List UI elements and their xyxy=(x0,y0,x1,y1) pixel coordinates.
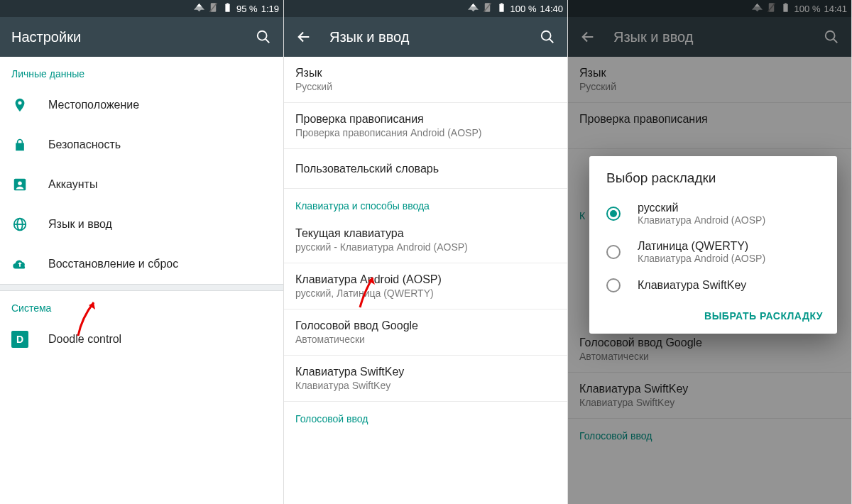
wifi-icon xyxy=(194,2,204,15)
option-subtitle: Клавиатура Android (AOSP) xyxy=(638,214,765,226)
dialog-option-swiftkey[interactable]: Клавиатура SwiftKey xyxy=(589,271,837,300)
item-google-voice[interactable]: Голосовой ввод Google Автоматически xyxy=(284,309,567,356)
keyboard-layout-dialog: Выбор раскладки русский Клавиатура Andro… xyxy=(589,156,837,334)
item-label: Безопасность xyxy=(48,138,272,151)
battery-icon xyxy=(222,2,233,15)
item-subtitle: Клавиатура SwiftKey xyxy=(295,380,556,391)
item-title: Клавиатура Android (AOSP) xyxy=(295,273,556,286)
battery-icon xyxy=(496,2,507,15)
clock-text: 14:40 xyxy=(540,4,563,14)
item-location[interactable]: Местоположение xyxy=(0,85,283,125)
item-label: Язык и ввод xyxy=(48,218,272,231)
back-icon[interactable] xyxy=(295,28,312,45)
svg-rect-2 xyxy=(225,4,229,12)
svg-rect-3 xyxy=(226,3,229,4)
search-icon[interactable] xyxy=(255,28,272,45)
item-subtitle: русский - Клавиатура Android (AOSP) xyxy=(295,241,556,253)
radio-icon xyxy=(606,278,621,292)
lock-icon xyxy=(11,136,28,153)
clock-text: 1:19 xyxy=(261,4,279,14)
screen-language-input: 100 % 14:40 Язык и ввод Язык Русский Про… xyxy=(284,0,568,504)
item-label: Восстановление и сброс xyxy=(48,258,272,270)
item-backup[interactable]: Восстановление и сброс xyxy=(0,244,283,284)
item-security[interactable]: Безопасность xyxy=(0,125,283,165)
item-accounts[interactable]: Аккаунты xyxy=(0,165,283,204)
page-title: Настройки xyxy=(11,29,238,45)
svg-point-4 xyxy=(258,31,267,40)
screen-keyboard-dialog: 100 % 14:41 Язык и ввод Язык Русский Про… xyxy=(568,0,852,504)
item-subtitle: Автоматически xyxy=(295,334,556,345)
item-doodle[interactable]: D Doodle control xyxy=(0,319,283,359)
screen-settings: 95 % 1:19 Настройки Личные данные Местоп… xyxy=(0,0,284,504)
dialog-option-latin[interactable]: Латиница (QWERTY) Клавиатура Android (AO… xyxy=(589,233,837,271)
item-title: Проверка правописания xyxy=(295,113,556,126)
svg-line-17 xyxy=(550,39,554,43)
globe-icon xyxy=(11,216,28,233)
battery-text: 100 % xyxy=(510,4,537,14)
dialog-title: Выбор раскладки xyxy=(589,156,837,195)
svg-point-7 xyxy=(18,181,22,185)
option-title: русский xyxy=(638,202,765,214)
option-title: Латиница (QWERTY) xyxy=(638,240,765,253)
svg-point-16 xyxy=(542,31,551,40)
app-bar: Настройки xyxy=(0,17,283,57)
status-bar: 100 % 14:40 xyxy=(284,0,567,17)
cloud-upload-icon xyxy=(11,256,28,273)
item-label: Местоположение xyxy=(48,99,272,111)
section-system: Система xyxy=(0,291,283,319)
section-divider xyxy=(0,284,283,291)
app-bar: Язык и ввод xyxy=(284,17,567,57)
svg-rect-13 xyxy=(499,4,503,12)
item-current-keyboard[interactable]: Текущая клавиатура русский - Клавиатура … xyxy=(284,217,567,263)
section-voice: Голосовой ввод xyxy=(284,402,567,430)
option-title: Клавиатура SwiftKey xyxy=(638,279,746,292)
sim-icon xyxy=(482,2,493,15)
item-title: Текущая клавиатура xyxy=(295,227,556,240)
item-subtitle: Русский xyxy=(295,81,556,92)
option-subtitle: Клавиатура Android (AOSP) xyxy=(638,253,765,264)
section-personal: Личные данные xyxy=(0,57,283,85)
item-subtitle: русский, Латиница (QWERTY) xyxy=(295,287,556,299)
item-label: Doodle control xyxy=(48,333,272,346)
search-icon[interactable] xyxy=(539,28,556,45)
item-swiftkey[interactable]: Клавиатура SwiftKey Клавиатура SwiftKey xyxy=(284,356,567,402)
item-spellcheck[interactable]: Проверка правописания Проверка правописа… xyxy=(284,103,567,149)
dialog-option-russian[interactable]: русский Клавиатура Android (AOSP) xyxy=(589,195,837,233)
page-title: Язык и ввод xyxy=(329,29,522,45)
item-label: Аккаунты xyxy=(48,178,272,191)
account-icon xyxy=(11,176,28,193)
settings-content: Личные данные Местоположение Безопасност… xyxy=(0,57,283,504)
sim-icon xyxy=(208,2,219,15)
section-keyboard: Клавиатура и способы ввода xyxy=(284,189,567,217)
item-title: Клавиатура SwiftKey xyxy=(295,366,556,378)
svg-rect-14 xyxy=(501,3,503,4)
radio-icon xyxy=(606,245,621,259)
choose-layout-button[interactable]: ВЫБРАТЬ РАСКЛАДКУ xyxy=(704,310,823,322)
svg-line-5 xyxy=(266,39,270,43)
dialog-actions: ВЫБРАТЬ РАСКЛАДКУ xyxy=(589,300,837,329)
item-aosp-keyboard[interactable]: Клавиатура Android (AOSP) русский, Латин… xyxy=(284,263,567,309)
item-title: Язык xyxy=(295,67,556,80)
item-dictionary[interactable]: Пользовательский словарь xyxy=(284,149,567,189)
radio-icon xyxy=(606,207,621,221)
item-subtitle: Проверка правописания Android (AOSP) xyxy=(295,127,556,138)
doodle-icon: D xyxy=(11,331,28,348)
location-icon xyxy=(11,97,28,114)
wifi-icon xyxy=(468,2,479,15)
status-bar: 95 % 1:19 xyxy=(0,0,283,17)
item-title: Голосовой ввод Google xyxy=(295,319,556,332)
item-language[interactable]: Язык и ввод xyxy=(0,204,283,244)
battery-text: 95 % xyxy=(236,4,258,14)
item-language[interactable]: Язык Русский xyxy=(284,57,567,103)
item-title: Пользовательский словарь xyxy=(295,163,556,175)
language-content: Язык Русский Проверка правописания Прове… xyxy=(284,57,567,504)
